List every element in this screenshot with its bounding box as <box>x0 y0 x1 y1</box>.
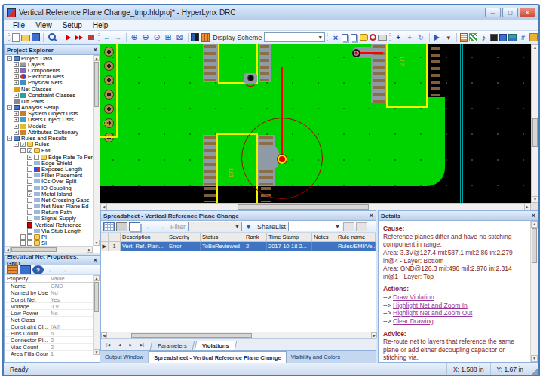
close-icon[interactable] <box>94 47 97 54</box>
copy-icon[interactable] <box>342 34 348 41</box>
checkbox[interactable] <box>27 198 32 203</box>
checkbox[interactable] <box>27 185 32 191</box>
prev-icon[interactable] <box>115 339 124 349</box>
pcb-canvas[interactable]: C1 U2 U3 <box>100 44 538 210</box>
column-header[interactable]: Description <box>121 233 167 241</box>
close-button[interactable] <box>520 8 535 17</box>
probe-icon[interactable] <box>394 32 403 42</box>
expander-icon[interactable]: + <box>14 111 19 116</box>
docked-tab[interactable]: Visibility and Colors <box>287 351 345 363</box>
nav-forward-icon[interactable] <box>58 265 69 274</box>
sheet-tab-parameters[interactable]: Parameters <box>150 341 195 350</box>
layer-view-icon[interactable] <box>191 33 199 41</box>
chip-dark-icon[interactable] <box>490 34 498 41</box>
canvas-vertical-scrollbar[interactable]: ▲ ▼ <box>531 44 538 203</box>
close-icon[interactable] <box>94 257 97 264</box>
rotate-icon[interactable] <box>416 32 426 42</box>
property-row[interactable]: Constraint Cl...(All) <box>5 323 93 330</box>
expander-icon[interactable]: + <box>14 124 19 129</box>
expander-icon[interactable]: + <box>14 74 19 79</box>
clock-icon[interactable] <box>370 34 376 41</box>
tree-horizontal-scrollbar[interactable]: ◀ ▶ <box>5 246 93 253</box>
checkbox[interactable] <box>27 179 32 184</box>
checkbox[interactable] <box>27 216 32 221</box>
chip-blue-icon[interactable] <box>499 34 507 41</box>
menu-file[interactable]: File <box>8 21 29 29</box>
comment-icon[interactable] <box>360 34 368 41</box>
tree-item[interactable]: +PI <box>5 234 93 240</box>
expander-icon[interactable]: + <box>14 62 19 67</box>
checkbox[interactable] <box>27 234 32 240</box>
merge-icon[interactable] <box>343 222 354 231</box>
grid-horizontal-scrollbar[interactable]: ◀ ▶ <box>101 332 377 338</box>
tree-item[interactable]: +Constraint Classes <box>5 92 93 98</box>
close-icon[interactable] <box>532 213 535 219</box>
column-header[interactable]: Time Stamp <box>267 233 312 241</box>
expander-icon[interactable]: + <box>14 80 19 85</box>
violation-row[interactable]: ▶1Vert. Ref. Plan...ErrorToBeReviewed220… <box>101 242 376 251</box>
property-row[interactable]: Area Fills Count1 <box>5 351 93 357</box>
probe-alt-icon[interactable] <box>405 32 415 42</box>
checkbox[interactable] <box>27 167 32 172</box>
zoom-previous-icon[interactable] <box>152 32 162 42</box>
property-row[interactable]: Voltage0 V <box>5 303 93 310</box>
checkbox[interactable] <box>34 155 39 160</box>
tree-vertical-scrollbar[interactable]: ▲ ▼ <box>93 55 100 246</box>
violation-cell[interactable]: Rules/EMI/Ve... <box>336 242 376 251</box>
last-icon[interactable] <box>137 339 147 349</box>
expander-icon[interactable]: - <box>7 105 12 110</box>
column-header[interactable]: Severity <box>167 233 201 241</box>
tree-item[interactable]: +Users Object Lists <box>5 117 93 123</box>
property-row[interactable]: Net Class <box>5 317 93 323</box>
run-icon[interactable] <box>63 32 73 42</box>
grid-icon[interactable] <box>201 33 210 42</box>
nav-forward-icon[interactable] <box>156 222 167 231</box>
sheet-tab-violations[interactable]: Violations <box>194 341 236 350</box>
nav-back-icon[interactable] <box>45 265 57 274</box>
checkbox[interactable] <box>27 204 32 209</box>
violation-cell[interactable] <box>312 242 336 251</box>
expander-icon[interactable]: + <box>14 68 19 73</box>
back-icon[interactable] <box>102 32 112 42</box>
zoom-fit-icon[interactable] <box>175 32 185 42</box>
property-row[interactable]: Low PowerNo <box>5 310 93 317</box>
column-header[interactable]: Notes <box>312 233 336 241</box>
column-header[interactable] <box>101 233 109 241</box>
print-icon[interactable] <box>116 222 127 231</box>
checkbox[interactable] <box>27 148 32 153</box>
prop-table-icon[interactable] <box>7 265 18 274</box>
first-icon[interactable] <box>103 339 113 349</box>
flag-icon[interactable] <box>432 32 442 42</box>
property-row[interactable]: NameGND <box>5 283 93 289</box>
violation-cell[interactable]: 2017-10-18 2... <box>267 242 312 251</box>
checkbox[interactable] <box>27 191 32 197</box>
tree-item[interactable]: +SI <box>5 240 93 246</box>
expander-icon[interactable]: + <box>14 93 19 98</box>
funnel-icon[interactable] <box>243 222 254 231</box>
expander-icon[interactable]: - <box>20 148 26 153</box>
close-icon[interactable] <box>370 213 373 219</box>
maximize-button[interactable] <box>502 8 518 17</box>
docked-tab[interactable]: Spreadsheet - Vertical Reference Plane C… <box>149 351 286 363</box>
paste-icon[interactable] <box>351 34 357 41</box>
display-scheme-select[interactable]: ▼ <box>264 32 325 42</box>
help-icon[interactable] <box>32 265 44 274</box>
expander-icon[interactable]: + <box>27 155 32 160</box>
property-row[interactable]: Const NetYes <box>5 296 93 303</box>
action-link[interactable]: Draw Violation <box>393 293 434 301</box>
new-icon[interactable] <box>12 33 20 42</box>
stop-icon[interactable] <box>86 32 96 42</box>
zoom-in-icon[interactable] <box>130 32 140 42</box>
menu-setup[interactable]: Setup <box>58 21 87 29</box>
column-header[interactable]: Rule name <box>336 233 376 241</box>
checkbox[interactable] <box>27 173 32 178</box>
forward-icon[interactable] <box>113 32 123 42</box>
checkbox[interactable] <box>20 142 26 147</box>
keyboard-icon[interactable] <box>378 35 387 41</box>
tree-item[interactable]: -Project Data <box>5 55 93 61</box>
property-row[interactable]: Vias Count2 <box>5 344 93 351</box>
filter-select[interactable]: ▼ <box>188 222 242 231</box>
expander-icon[interactable]: - <box>14 142 19 147</box>
property-row[interactable]: Connector Pi...2 <box>5 337 93 344</box>
report-icon[interactable] <box>460 33 468 42</box>
